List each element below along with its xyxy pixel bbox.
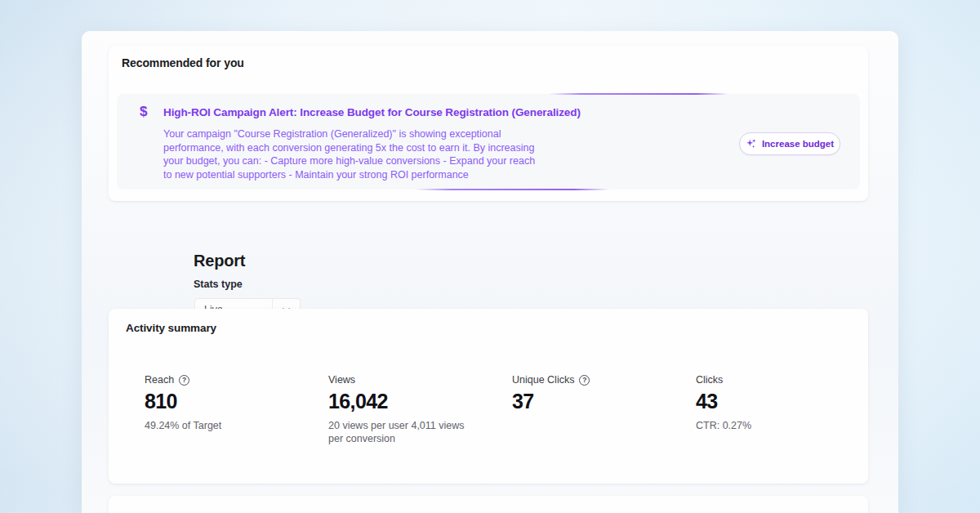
increase-budget-button[interactable]: Increase budget <box>739 132 840 155</box>
help-circle-icon[interactable]: ? <box>179 375 189 386</box>
activity-summary-title: Activity summary <box>126 322 216 334</box>
main-content-panel: Recommended for you $ High-ROI Campaign … <box>82 31 898 513</box>
metric-unique-clicks-label: Unique Clicks <box>512 374 574 386</box>
help-circle-icon[interactable]: ? <box>579 375 590 386</box>
sparkles-icon <box>746 138 757 149</box>
metric-clicks: Clicks 43 CTR: 0.27% <box>696 374 880 445</box>
metric-reach: Reach ? 810 49.24% of Target <box>145 374 328 445</box>
metric-views-value: 16,042 <box>328 390 512 413</box>
activity-summary-card: Activity summary Reach ? 810 49.24% of T… <box>109 309 868 484</box>
alert-body: Your campaign "Course Registration (Gene… <box>163 127 544 181</box>
metric-views-subtext: 20 views per user 4,011 views per conver… <box>328 419 475 445</box>
recommended-section-title: Recommended for you <box>122 56 244 69</box>
metric-reach-subtext: 49.24% of Target <box>145 419 292 432</box>
metric-reach-label: Reach <box>145 374 174 386</box>
metric-unique-clicks: Unique Clicks ? 37 <box>512 374 696 445</box>
recommended-section: Recommended for you $ High-ROI Campaign … <box>109 46 868 201</box>
alert-title: High-ROI Campaign Alert: Increase Budget… <box>163 106 621 118</box>
metric-views-label: Views <box>328 374 355 386</box>
metric-unique-clicks-value: 37 <box>512 390 696 413</box>
metric-views: Views 16,042 20 views per user 4,011 vie… <box>328 374 512 445</box>
next-section-card <box>109 496 868 513</box>
high-roi-alert-card: $ High-ROI Campaign Alert: Increase Budg… <box>117 94 860 190</box>
dollar-icon: $ <box>140 104 147 120</box>
metric-reach-value: 810 <box>145 390 328 413</box>
metric-clicks-value: 43 <box>696 390 880 413</box>
metrics-row: Reach ? 810 49.24% of Target Views 16,04… <box>145 374 852 445</box>
stats-type-label: Stats type <box>194 279 243 290</box>
metric-clicks-label: Clicks <box>696 374 723 386</box>
metric-clicks-subtext: CTR: 0.27% <box>696 419 843 432</box>
alert-accent-line-bottom <box>416 189 608 190</box>
report-page-title: Report <box>194 252 245 270</box>
increase-budget-label: Increase budget <box>762 139 834 149</box>
alert-accent-line-top <box>549 93 728 95</box>
